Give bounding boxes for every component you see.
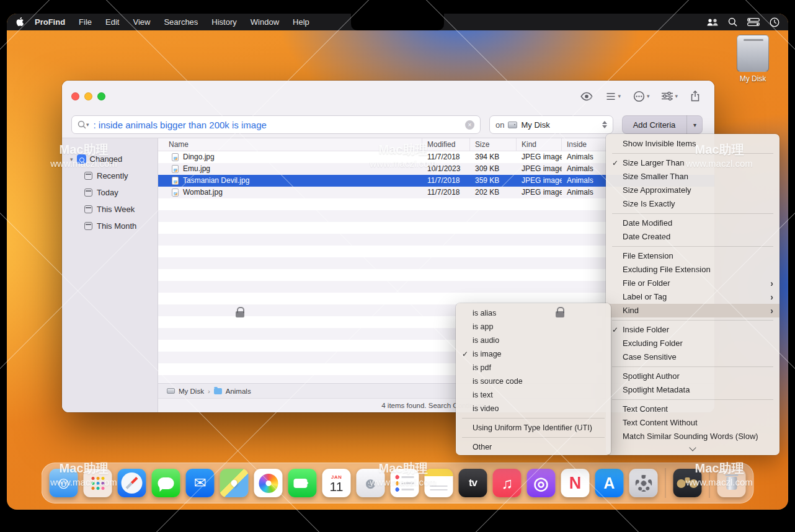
dock-settings[interactable]: [629, 469, 658, 497]
spotlight-search-icon[interactable]: [728, 17, 737, 27]
dock-photos[interactable]: [254, 469, 283, 497]
cell-size: 359 KB: [470, 175, 517, 187]
menu-item-text-content[interactable]: Text Content: [606, 402, 779, 416]
view-options-button[interactable]: ▾: [606, 92, 621, 100]
menu-item-is-audio[interactable]: is audio: [456, 334, 611, 347]
more-actions-button[interactable]: ▾: [633, 91, 650, 102]
menu-view[interactable]: View: [133, 17, 150, 27]
filter-button[interactable]: ▾: [662, 92, 678, 100]
menu-item-date-created[interactable]: Date Created: [606, 230, 779, 244]
scope-dropdown[interactable]: on My Disk: [489, 115, 613, 134]
dock-safari[interactable]: [118, 469, 146, 497]
sidebar-group-changed[interactable]: ▾ Changed: [62, 151, 158, 167]
menu-item-is-text[interactable]: is text: [456, 388, 611, 402]
file-name: Wombat.jpg: [183, 187, 223, 198]
menu-item-other[interactable]: Other: [456, 440, 611, 454]
menu-window[interactable]: Window: [251, 17, 279, 27]
dock-profind[interactable]: [673, 469, 702, 497]
disclosure-chevron-icon[interactable]: ▾: [70, 156, 73, 162]
menu-item-size-larger-than[interactable]: ✓Size Larger Than: [606, 156, 779, 170]
menu-edit[interactable]: Edit: [105, 17, 119, 27]
calendar-icon: JAN11: [330, 473, 344, 493]
folder-icon: [214, 388, 222, 394]
menu-searches[interactable]: Searches: [164, 17, 198, 27]
column-header-name[interactable]: Name: [158, 138, 422, 151]
menu-item-is-video[interactable]: is video: [456, 402, 611, 415]
dock-news[interactable]: [561, 469, 590, 497]
sidebar-item-today[interactable]: Today: [62, 184, 158, 201]
dock-tv[interactable]: [459, 469, 487, 497]
dock-finder[interactable]: [50, 469, 78, 497]
dock-appstore[interactable]: [595, 469, 624, 497]
preview-eye-button[interactable]: [580, 92, 593, 101]
menu-item-file-extension[interactable]: File Extension: [606, 249, 779, 263]
menu-item-excluding-folder[interactable]: Excluding Folder: [606, 337, 779, 350]
dock-maps[interactable]: [220, 469, 249, 497]
menu-item-size-is-exactly[interactable]: Size Is Exactly: [606, 197, 779, 211]
path-folder[interactable]: Animals: [226, 388, 251, 395]
dock-messages[interactable]: [152, 469, 180, 497]
zoom-button[interactable]: [97, 92, 105, 100]
menu-item-label-or-tag[interactable]: Label or Tag›: [606, 290, 779, 304]
menu-item-size-smaller-than[interactable]: Size Smaller Than: [606, 170, 779, 184]
apple-menu-icon[interactable]: [16, 17, 24, 27]
menu-item-date-modified[interactable]: Date Modified: [606, 216, 779, 230]
column-header-modified[interactable]: Modified: [422, 138, 470, 151]
menu-item-show-invisible-items[interactable]: Show Invisible Items: [606, 137, 779, 151]
dock-calendar[interactable]: JAN11: [322, 469, 351, 497]
minimize-button[interactable]: [84, 92, 92, 100]
dock-reminders[interactable]: [391, 469, 419, 497]
control-center-icon[interactable]: [747, 18, 760, 26]
dock-podcasts[interactable]: [527, 469, 556, 497]
dock-mail[interactable]: [186, 469, 215, 497]
sidebar-item-this-month[interactable]: This Month: [62, 218, 158, 234]
menu-item-inside-folder[interactable]: ✓Inside Folder: [606, 323, 779, 337]
dock-facetime[interactable]: [288, 469, 317, 497]
menu-item-is-image[interactable]: ✓is image: [456, 347, 611, 361]
dock-launchpad[interactable]: [84, 469, 112, 497]
add-criteria-button[interactable]: Add Criteria ▾: [622, 115, 703, 134]
search-options-chevron-icon[interactable]: ▾: [86, 122, 89, 128]
menu-item-size-approximately[interactable]: Size Approximately: [606, 184, 779, 197]
sidebar-item-this-week[interactable]: This Week: [62, 201, 158, 218]
path-disk[interactable]: My Disk: [179, 388, 204, 395]
menu-scroll-chevron-icon[interactable]: [689, 444, 696, 451]
cell-modified: 11/7/2018: [422, 175, 470, 187]
close-button[interactable]: [71, 92, 79, 100]
menu-item-text-content-without[interactable]: Text Content Without: [606, 416, 779, 430]
column-header-size[interactable]: Size: [470, 138, 517, 151]
menu-item-case-sensitive[interactable]: Case Sensitive: [606, 350, 779, 364]
dock-music[interactable]: [493, 469, 522, 497]
menu-file[interactable]: File: [79, 17, 92, 27]
menu-item-is-app[interactable]: is app: [456, 320, 611, 334]
desktop-disk-icon[interactable]: My Disk: [732, 35, 773, 83]
menu-item-spotlight-author[interactable]: Spotlight Author: [606, 370, 779, 383]
share-button[interactable]: [690, 91, 700, 102]
app-menu-title[interactable]: ProFind: [35, 17, 65, 27]
menu-item-is-pdf[interactable]: is pdf: [456, 361, 611, 375]
menu-item-kind[interactable]: Kind›: [606, 304, 779, 317]
clock-icon[interactable]: [770, 17, 779, 27]
menu-item-excluding-file-extension[interactable]: Excluding File Extension: [606, 263, 779, 277]
menu-history[interactable]: History: [211, 17, 236, 27]
menu-help[interactable]: Help: [293, 17, 309, 27]
safari-icon: [122, 472, 143, 494]
file-name: Dingo.jpg: [183, 151, 215, 163]
search-input[interactable]: ▾ : inside animals bigger than 200k is i…: [71, 115, 481, 134]
menu-item-file-or-folder[interactable]: File or Folder›: [606, 277, 779, 290]
menu-item-is-alias[interactable]: is alias: [456, 306, 611, 320]
clear-search-button[interactable]: ×: [465, 120, 474, 130]
menu-item-spotlight-metadata[interactable]: Spotlight Metadata: [606, 383, 779, 397]
dock-contacts[interactable]: [357, 469, 385, 497]
menu-item-label: Label or Tag: [623, 290, 765, 304]
menu-item-is-source-code[interactable]: is source code: [456, 375, 611, 388]
menu-item-match-similar-sounding-words-slow[interactable]: Match Similar Sounding Words (Slow): [606, 430, 779, 443]
menu-item-using-uniform-type-identifier-uti[interactable]: Using Uniform Type Identifier (UTI): [456, 421, 611, 435]
sidebar-item-recently[interactable]: Recently: [62, 167, 158, 184]
fast-user-switching-icon[interactable]: [707, 19, 718, 26]
dock-trash[interactable]: [717, 469, 746, 497]
dock-notes[interactable]: [425, 469, 453, 497]
column-header-kind[interactable]: Kind: [517, 138, 562, 151]
sidebar: ▾ Changed RecentlyTodayThis WeekThis Mon…: [62, 138, 158, 412]
cell-modified: 11/7/2018: [422, 151, 470, 163]
